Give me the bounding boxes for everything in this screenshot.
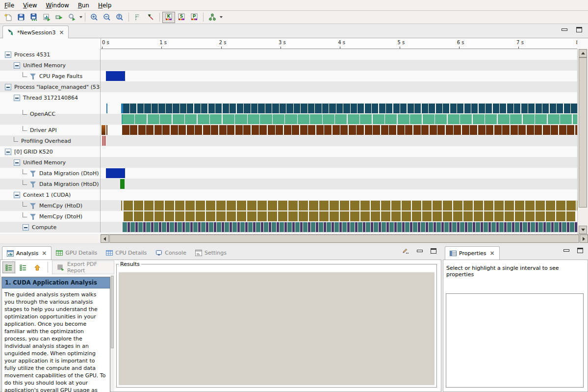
- timeline-bar[interactable]: [106, 125, 107, 135]
- timeline-bar[interactable]: [102, 136, 103, 146]
- timeline-bar[interactable]: [124, 201, 577, 210]
- minimize-button[interactable]: [563, 249, 569, 252]
- menu-help[interactable]: Help: [94, 1, 116, 10]
- scroll-right-button[interactable]: [580, 235, 588, 243]
- timeline-bar[interactable]: [120, 179, 125, 189]
- tab-console[interactable]: Console: [151, 246, 191, 260]
- timeline-track[interactable]: [101, 200, 577, 211]
- timeline-track[interactable]: [101, 211, 577, 222]
- timeline-bar[interactable]: [106, 168, 125, 178]
- timeline-bar[interactable]: [122, 125, 577, 135]
- timeline-track[interactable]: [101, 81, 577, 92]
- zoom-fit-button[interactable]: [113, 12, 126, 23]
- timeline-track[interactable]: [101, 179, 577, 189]
- collapse-toggle-icon[interactable]: [5, 149, 11, 155]
- process-colors-button[interactable]: P: [188, 12, 201, 23]
- timeline-track[interactable]: [101, 222, 577, 233]
- guided-analysis-button[interactable]: [2, 261, 15, 273]
- tree-item[interactable]: [0] GRID K520: [0, 146, 101, 157]
- timeline-bar[interactable]: [124, 211, 575, 221]
- filter-icon[interactable]: [30, 203, 36, 209]
- timeline-bar[interactable]: [123, 114, 577, 124]
- timeline-ruler[interactable]: 0 s1 s2 s3 s4 s5 s6 s7 s8: [101, 38, 577, 49]
- timeline-track[interactable]: [101, 103, 577, 125]
- timeline-track[interactable]: [101, 71, 577, 81]
- maximize-button[interactable]: [576, 27, 582, 32]
- export-pdf-button[interactable]: Export PDF Report: [52, 261, 114, 274]
- tab-analysis[interactable]: Analysis ×: [2, 246, 51, 260]
- collapse-toggle-icon[interactable]: [14, 159, 20, 166]
- timeline-bar[interactable]: [104, 136, 105, 146]
- collapse-toggle-icon[interactable]: [14, 62, 20, 69]
- tab-gpu-details[interactable]: GPU Details: [51, 246, 102, 260]
- timeline-track[interactable]: [101, 168, 577, 179]
- minimize-button[interactable]: [562, 28, 567, 31]
- timeline-track[interactable]: [101, 189, 577, 200]
- vertical-scroll-thumb[interactable]: [579, 57, 587, 208]
- scroll-down-button[interactable]: [579, 226, 587, 234]
- scroll-up-button[interactable]: [579, 49, 587, 57]
- view-menu-icon[interactable]: [402, 248, 409, 254]
- save-session-button[interactable]: [15, 12, 27, 23]
- run-search-button[interactable]: [66, 12, 78, 23]
- timeline-track[interactable]: [101, 60, 577, 71]
- profile-application-button[interactable]: [40, 12, 53, 23]
- tree-item[interactable]: Unified Memory: [0, 157, 101, 168]
- tree-item[interactable]: MemCpy (DtoH): [0, 211, 101, 222]
- timeline-bar[interactable]: [106, 104, 107, 113]
- menu-view[interactable]: View: [19, 1, 41, 10]
- tree-item[interactable]: Profiling Overhead: [0, 135, 101, 146]
- collapse-toggle-icon[interactable]: [14, 192, 20, 198]
- save-all-button[interactable]: [27, 12, 40, 23]
- tree-item[interactable]: OpenACC: [0, 103, 101, 125]
- timeline-track[interactable]: [101, 49, 577, 60]
- session-tab[interactable]: *NewSession3 ×: [2, 26, 69, 39]
- tree-item[interactable]: Process 4531: [0, 49, 101, 60]
- mark-timeline-button[interactable]: [131, 12, 144, 23]
- tree-item[interactable]: CPU Page Faults: [0, 71, 101, 81]
- tree-item[interactable]: Thread 3172140864: [0, 92, 101, 103]
- menu-window[interactable]: Window: [42, 1, 74, 10]
- maximize-button[interactable]: [577, 248, 583, 253]
- menu-run[interactable]: Run: [74, 1, 94, 10]
- timeline-bar[interactable]: [123, 104, 577, 113]
- mark-arrow-button[interactable]: [144, 12, 157, 23]
- tree-item[interactable]: Driver API: [0, 125, 101, 135]
- run-search-dropdown-icon[interactable]: [79, 16, 82, 18]
- tab-properties-close-icon[interactable]: ×: [490, 250, 495, 257]
- kernel-colors-button[interactable]: K: [162, 12, 175, 23]
- tree-item[interactable]: Process "laplace_managed" (538): [0, 81, 101, 92]
- timeline-track[interactable]: [101, 125, 577, 135]
- session-tab-close-icon[interactable]: ×: [59, 29, 64, 36]
- filter-icon[interactable]: [30, 170, 36, 177]
- collapse-toggle-icon[interactable]: [23, 224, 29, 231]
- collapse-toggle-icon[interactable]: [5, 52, 11, 58]
- menu-file[interactable]: File: [0, 1, 19, 10]
- tree-item[interactable]: Data Migration (DtoH): [0, 168, 101, 179]
- import-session-button[interactable]: [53, 12, 66, 23]
- filter-icon[interactable]: [30, 213, 36, 220]
- tab-settings[interactable]: Settings: [191, 246, 231, 260]
- tree-item[interactable]: Compute: [0, 222, 101, 233]
- tree-item[interactable]: MemCpy (HtoD): [0, 200, 101, 211]
- collapse-toggle-icon[interactable]: [5, 84, 11, 90]
- collapse-toggle-icon[interactable]: [14, 95, 20, 101]
- horizontal-scroll-thumb[interactable]: [109, 235, 579, 243]
- timeline-track[interactable]: [101, 92, 577, 103]
- tab-properties[interactable]: Properties ×: [445, 246, 500, 260]
- filter-icon[interactable]: [30, 181, 36, 187]
- back-to-parent-button[interactable]: [31, 261, 44, 273]
- timeline-track[interactable]: [101, 146, 577, 157]
- timeline-bar[interactable]: [106, 71, 125, 81]
- tab-cpu-details[interactable]: CPU Details: [102, 246, 151, 260]
- timeline-bar[interactable]: [121, 201, 122, 210]
- analysis-sidebar-scrollbar[interactable]: [110, 275, 114, 392]
- tab-analysis-close-icon[interactable]: ×: [42, 250, 47, 257]
- filter-icon[interactable]: [30, 73, 36, 79]
- new-session-button[interactable]: [2, 12, 15, 23]
- tree-item[interactable]: Data Migration (HtoD): [0, 179, 101, 189]
- stream-colors-button[interactable]: S: [175, 12, 188, 23]
- tree-item[interactable]: Unified Memory: [0, 60, 101, 71]
- tree-item[interactable]: Context 1 (CUDA): [0, 189, 101, 200]
- maximize-button[interactable]: [431, 248, 436, 254]
